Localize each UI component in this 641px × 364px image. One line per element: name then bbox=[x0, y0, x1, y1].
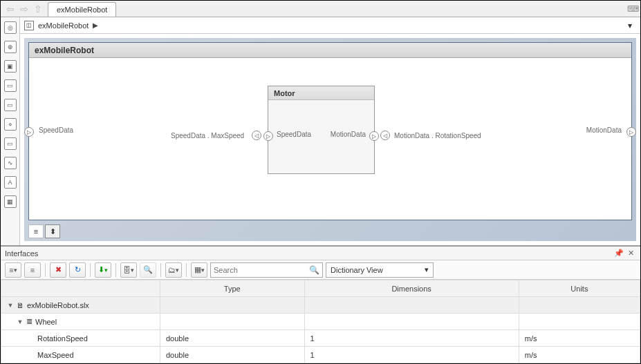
row-name: RotationSpeed bbox=[37, 334, 88, 343]
footer-tab-hierarchy-icon[interactable]: ⬍ bbox=[45, 224, 60, 238]
tb-add2-button[interactable]: ≡ bbox=[24, 262, 41, 278]
tool-box3-icon[interactable]: ▭ bbox=[4, 137, 17, 150]
signal-speeddata-maxspeed-label: SpeedData . MaxSpeed bbox=[171, 132, 244, 140]
app-window: ⇦ ⇨ ⇧ exMobileRobot ⌨ ◎ ⊕ ▣ ▭ ▭ ⋄ ▭ ∿ A … bbox=[0, 0, 641, 364]
back-icon[interactable]: ⇦ bbox=[3, 2, 17, 16]
motor-port-in-label: SpeedData bbox=[277, 131, 311, 138]
signal-motiondata-rotationspeed-label: MotionData . RotationSpeed bbox=[394, 132, 481, 140]
table-row[interactable]: RotationSpeed double 1 m/s bbox=[1, 330, 640, 347]
interfaces-header: Interfaces 📌 ✕ bbox=[1, 247, 640, 260]
breadcrumb-caret-icon[interactable]: ▶ bbox=[93, 21, 98, 29]
model-tab[interactable]: exMobileRobot bbox=[48, 2, 116, 17]
view-select[interactable]: Dictionary View ▾ bbox=[326, 262, 434, 278]
component-exmobilerobot[interactable]: exMobileRobot ▷ SpeedData ▷ MotionData S… bbox=[28, 42, 632, 220]
canvas-area: ◫ exMobileRobot ▶ ▾ exMobileRobot ▷ Spee… bbox=[20, 17, 640, 245]
row-file-label: exMobileRobot.slx bbox=[27, 301, 89, 309]
search-icon[interactable]: 🔍 bbox=[309, 265, 319, 275]
forward-icon[interactable]: ⇨ bbox=[17, 2, 31, 16]
tool-image-icon[interactable]: ▦ bbox=[4, 195, 17, 208]
tb-delete-button[interactable]: ✖ bbox=[50, 262, 66, 278]
col-type[interactable]: Type bbox=[160, 280, 305, 297]
motor-port-out-label: MotionData bbox=[331, 131, 366, 138]
row-type: double bbox=[160, 330, 305, 347]
port-speeddata-in-label: SpeedData bbox=[39, 126, 73, 134]
breadcrumb-root-icon[interactable]: ◫ bbox=[24, 21, 34, 30]
row-name: MaxSpeed bbox=[37, 351, 74, 359]
up-icon[interactable]: ⇧ bbox=[31, 2, 45, 16]
tool-target-icon[interactable]: ◎ bbox=[4, 21, 17, 34]
table-row[interactable]: ▼≣ Wheel bbox=[1, 314, 640, 330]
row-type: double bbox=[160, 347, 305, 363]
tb-dict-button[interactable]: 🗄▾ bbox=[120, 262, 137, 278]
block-motor[interactable]: Motor ▷ SpeedData ▷ MotionData bbox=[268, 86, 375, 174]
tool-box2-icon[interactable]: ▭ bbox=[4, 99, 17, 111]
motor-port-out[interactable]: ▷ bbox=[369, 131, 379, 141]
tool-box1-icon[interactable]: ▭ bbox=[4, 79, 17, 92]
top-nav-bar: ⇦ ⇨ ⇧ exMobileRobot ⌨ bbox=[1, 1, 640, 17]
breadcrumb-bar: ◫ exMobileRobot ▶ ▾ bbox=[20, 17, 640, 34]
struct-icon: ≣ bbox=[26, 317, 32, 326]
table-row[interactable]: MaxSpeed double 1 m/s bbox=[1, 347, 640, 363]
disclosure-icon[interactable]: ▼ bbox=[17, 318, 24, 325]
col-units[interactable]: Units bbox=[519, 280, 640, 297]
tool-text-icon[interactable]: A bbox=[4, 176, 17, 189]
file-icon: 🗎 bbox=[17, 301, 24, 309]
bus-in-port[interactable]: ◁ bbox=[252, 131, 261, 140]
block-motor-title: Motor bbox=[268, 86, 374, 100]
disclosure-icon[interactable]: ▼ bbox=[7, 302, 14, 309]
tb-cols-button[interactable]: ▦▾ bbox=[191, 262, 207, 278]
tb-refresh-button[interactable]: ↻ bbox=[69, 262, 86, 278]
model-tab-label: exMobileRobot bbox=[57, 6, 107, 14]
port-motiondata-out-label: MotionData bbox=[586, 126, 622, 134]
footer-tab-db-icon[interactable]: ≡ bbox=[28, 224, 44, 238]
breadcrumb-label[interactable]: exMobileRobot bbox=[38, 21, 89, 30]
close-icon[interactable]: ✕ bbox=[626, 249, 636, 258]
tool-chart-icon[interactable]: ∿ bbox=[4, 157, 17, 169]
interfaces-toolbar: ≡▾ ≡ ✖ ↻ ⬇▾ 🗄▾ 🔍 🗂▾ ▦▾ 🔍 Dictionary View… bbox=[1, 260, 640, 280]
tb-disabled-button: 🔍 bbox=[140, 262, 156, 278]
interfaces-title: Interfaces bbox=[5, 249, 38, 258]
pin-icon[interactable]: 📌 bbox=[612, 249, 626, 258]
col-dimensions[interactable]: Dimensions bbox=[304, 280, 519, 297]
row-dim: 1 bbox=[304, 330, 519, 347]
component-title: exMobileRobot bbox=[29, 43, 631, 58]
keyboard-icon[interactable]: ⌨ bbox=[625, 1, 640, 17]
table-row[interactable]: ▼🗎 exMobileRobot.slx bbox=[1, 297, 640, 314]
tb-filter-button[interactable]: 🗂▾ bbox=[165, 262, 182, 278]
row-struct-label: Wheel bbox=[35, 318, 57, 326]
row-units: m/s bbox=[519, 347, 640, 363]
port-speeddata-in[interactable]: ▷ bbox=[24, 127, 34, 137]
tool-fit-icon[interactable]: ▣ bbox=[4, 60, 17, 73]
tb-import-button[interactable]: ⬇▾ bbox=[95, 262, 111, 278]
left-toolbar: ◎ ⊕ ▣ ▭ ▭ ⋄ ▭ ∿ A ▦ bbox=[1, 17, 20, 245]
row-units: m/s bbox=[519, 330, 640, 347]
search-input[interactable] bbox=[214, 266, 309, 274]
main-row: ◎ ⊕ ▣ ▭ ▭ ⋄ ▭ ∿ A ▦ ◫ exMobileRobot ▶ ▾ … bbox=[1, 17, 640, 246]
diagram-canvas[interactable]: exMobileRobot ▷ SpeedData ▷ MotionData S… bbox=[24, 38, 636, 241]
view-select-label: Dictionary View bbox=[331, 266, 383, 274]
canvas-footer-tabs: ≡ ⬍ bbox=[28, 224, 60, 238]
motor-port-in[interactable]: ▷ bbox=[263, 131, 273, 141]
row-dim: 1 bbox=[304, 347, 519, 363]
interfaces-table: Type Dimensions Units ▼🗎 exMobileRobot.s… bbox=[1, 280, 640, 363]
component-body: ▷ SpeedData ▷ MotionData SpeedData . Max… bbox=[29, 58, 631, 220]
nav-arrows: ⇦ ⇨ ⇧ bbox=[1, 1, 48, 17]
chevron-down-icon: ▾ bbox=[425, 265, 429, 274]
breadcrumb-menu-icon[interactable]: ▾ bbox=[628, 21, 636, 30]
tool-zoom-icon[interactable]: ⊕ bbox=[4, 41, 17, 53]
tool-code-icon[interactable]: ⋄ bbox=[4, 118, 17, 131]
interfaces-panel: Interfaces 📌 ✕ ≡▾ ≡ ✖ ↻ ⬇▾ 🗄▾ 🔍 🗂▾ ▦▾ 🔍 bbox=[1, 246, 640, 363]
bus-out-port[interactable]: ◁ bbox=[380, 131, 390, 140]
tb-add-button[interactable]: ≡▾ bbox=[5, 262, 21, 278]
search-box[interactable]: 🔍 bbox=[210, 262, 323, 278]
col-name[interactable] bbox=[1, 280, 160, 297]
table-header-row: Type Dimensions Units bbox=[1, 280, 640, 297]
port-motiondata-out[interactable]: ▷ bbox=[626, 127, 636, 137]
